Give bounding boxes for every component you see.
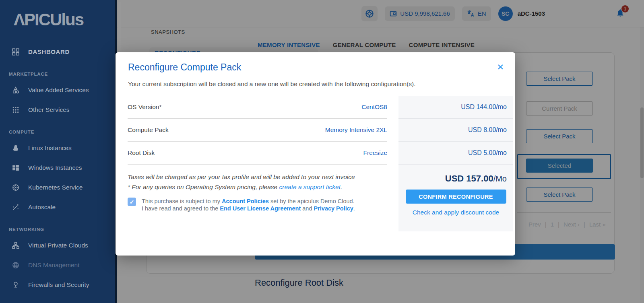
tax-note: Taxes will be charged as per your tax pr… <box>128 172 387 192</box>
agreement-text: This purchase is subject to my Account P… <box>142 198 355 212</box>
total-amount: USD 157.00 <box>445 173 493 183</box>
eula-link[interactable]: End User License Agreement <box>220 205 301 212</box>
agreement-line2-prefix: I have read and agreed to the <box>142 205 220 212</box>
sidebar-section-marketplace: MARKETPLACE <box>0 68 115 80</box>
network-icon <box>12 242 19 249</box>
create-support-ticket-link[interactable]: create a support ticket <box>279 183 341 190</box>
agreement-row: ✓ This purchase is subject to my Account… <box>128 198 387 212</box>
row-label: Compute Pack <box>128 126 169 134</box>
agreement-line1-suffix: set by the apiculus Demo Cloud. <box>269 198 355 204</box>
table-row: OS Version* CentOS8 <box>128 96 387 119</box>
price-row: USD 8.00/mo <box>398 119 513 142</box>
modal-subtitle: Your current subscription will be closed… <box>128 80 416 88</box>
price-row: USD 5.00/mo <box>398 142 513 165</box>
agreement-line2-suffix: . <box>353 205 355 212</box>
total-period: /Mo <box>493 174 507 183</box>
row-value[interactable]: Freesize <box>363 149 387 157</box>
dashboard-icon <box>12 48 19 56</box>
sidebar-item-autoscale[interactable]: Autoscale <box>0 197 115 217</box>
agreement-line1-prefix: This purchase is subject to my <box>142 198 222 204</box>
modal-title: Reconfigure Compute Pack <box>128 62 241 73</box>
magic-wand-icon <box>12 204 19 211</box>
row-value[interactable]: CentOS8 <box>361 103 387 111</box>
discount-code-link[interactable]: Check and apply discount code <box>398 209 513 216</box>
sidebar-item-dashboard[interactable]: DASHBOARD <box>0 42 115 62</box>
config-table: OS Version* CentOS8 Compute Pack Memory … <box>128 96 387 212</box>
account-policies-link[interactable]: Account Policies <box>222 198 269 204</box>
price-panel: USD 144.00/mo USD 8.00/mo USD 5.00/mo US… <box>398 96 513 231</box>
sidebar-item-label: Windows Instances <box>28 164 82 171</box>
globe-icon <box>12 262 19 269</box>
sidebar-item-value-added-services[interactable]: Value Added Services <box>0 80 115 100</box>
agreement-checkbox[interactable]: ✓ <box>128 198 136 206</box>
sidebar-item-label: Autoscale <box>28 204 56 211</box>
linux-icon <box>12 144 19 152</box>
sidebar-nav: DASHBOARD MARKETPLACE Value Added Servic… <box>0 42 115 295</box>
reconfigure-modal: ✕ Reconfigure Compute Pack Your current … <box>116 52 515 256</box>
sidebar-section-compute: COMPUTE <box>0 126 115 138</box>
sidebar-item-label: DASHBOARD <box>28 48 70 55</box>
row-label: Root Disk <box>128 149 155 157</box>
agreement-line2-mid: and <box>301 205 314 212</box>
sidebar-item-firewalls-and-security[interactable]: Firewalls and Security <box>0 275 115 295</box>
sidebar-item-label: Virtual Private Clouds <box>28 242 88 249</box>
sidebar-item-label: DNS Management <box>28 262 80 269</box>
os-note-suffix: . <box>341 183 342 190</box>
sidebar-item-label: Kubernetes Service <box>28 184 83 191</box>
os-note-prefix: * For any queries on Operating System pr… <box>128 183 279 190</box>
privacy-policy-link[interactable]: Privacy Policy <box>314 205 353 212</box>
windows-icon <box>12 164 19 171</box>
tax-note-line1: Taxes will be charged as per your tax pr… <box>128 173 355 180</box>
row-value[interactable]: Memory Intensive 2XL <box>325 126 387 134</box>
security-pin-icon <box>12 281 19 289</box>
sidebar-item-label: Firewalls and Security <box>28 281 89 289</box>
sidebar-item-linux-instances[interactable]: Linux Instances <box>0 138 115 158</box>
table-row: Root Disk Freesize <box>128 142 387 165</box>
sidebar: ΛPICUlus DASHBOARD MARKETPLACE Value Add… <box>0 0 115 303</box>
sidebar-item-dns-management[interactable]: DNS Management <box>0 255 115 275</box>
sidebar-item-label: Linux Instances <box>28 144 72 152</box>
sidebar-item-virtual-private-clouds[interactable]: Virtual Private Clouds <box>0 235 115 255</box>
apiculus-logo: ΛPICUlus <box>14 11 115 28</box>
sidebar-item-label: Other Services <box>28 106 70 113</box>
sidebar-item-label: Value Added Services <box>28 87 89 94</box>
table-row: Compute Pack Memory Intensive 2XL <box>128 119 387 142</box>
total-price: USD 157.00/Mo <box>398 173 513 184</box>
shapes-icon <box>12 87 19 94</box>
row-label: OS Version* <box>128 103 161 111</box>
confirm-reconfigure-button[interactable]: CONFIRM RECONFIGURE <box>406 190 506 204</box>
dots-grid-icon <box>12 106 19 113</box>
close-icon[interactable]: ✕ <box>497 63 504 71</box>
kubernetes-icon <box>12 184 19 191</box>
sidebar-item-kubernetes-service[interactable]: Kubernetes Service <box>0 177 115 197</box>
price-row: USD 144.00/mo <box>398 96 513 119</box>
sidebar-item-windows-instances[interactable]: Windows Instances <box>0 158 115 177</box>
sidebar-item-other-services[interactable]: Other Services <box>0 100 115 120</box>
sidebar-section-networking: NETWORKING <box>0 223 115 235</box>
